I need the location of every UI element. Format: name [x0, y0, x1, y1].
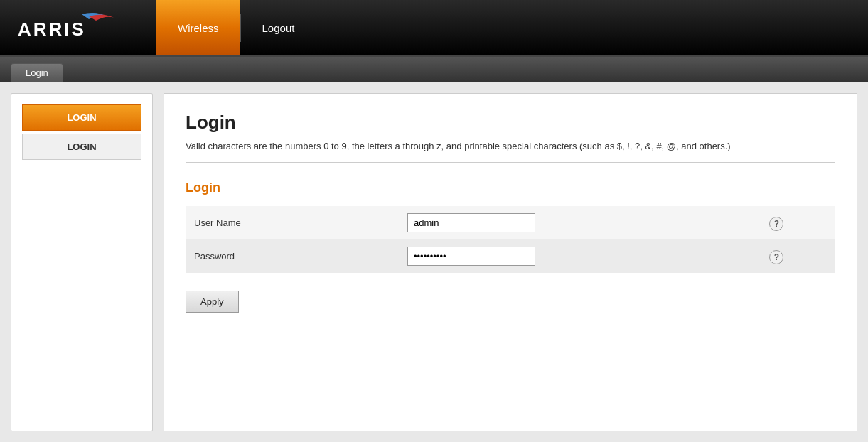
- username-input[interactable]: [407, 213, 535, 232]
- sidebar: LOGIN LOGIN: [11, 93, 153, 431]
- sidebar-item-login-secondary[interactable]: LOGIN: [22, 134, 141, 160]
- apply-button[interactable]: Apply: [186, 291, 239, 313]
- username-help-icon[interactable]: ?: [769, 217, 783, 231]
- password-input[interactable]: [407, 247, 535, 266]
- password-label: Password: [186, 239, 399, 273]
- table-row-password: Password ?: [186, 239, 835, 273]
- arris-logo: ARRIS: [14, 11, 128, 45]
- nav-item-wireless[interactable]: Wireless: [156, 0, 240, 55]
- top-navigation: ARRIS Wireless Logout: [0, 0, 868, 57]
- logo-area: ARRIS: [0, 0, 156, 55]
- sub-header: Login: [0, 57, 868, 82]
- table-row-username: User Name ?: [186, 206, 835, 239]
- username-help-cell: ?: [763, 206, 835, 239]
- svg-text:ARRIS: ARRIS: [18, 18, 86, 40]
- section-title: Login: [186, 180, 835, 195]
- main-content: LOGIN LOGIN Login Valid characters are t…: [0, 82, 868, 442]
- username-label: User Name: [186, 206, 399, 239]
- password-help-cell: ?: [763, 239, 835, 273]
- content-panel: Login Valid characters are the numbers 0…: [164, 93, 857, 431]
- page-description: Valid characters are the numbers 0 to 9,…: [186, 141, 835, 163]
- username-input-cell: [399, 206, 763, 239]
- nav-item-logout[interactable]: Logout: [241, 0, 316, 55]
- sub-tab-login[interactable]: Login: [11, 63, 63, 82]
- login-form-table: User Name ? Password ?: [186, 206, 835, 273]
- nav-items: Wireless Logout: [156, 0, 316, 55]
- password-input-cell: [399, 239, 763, 273]
- password-help-icon[interactable]: ?: [769, 250, 783, 264]
- sidebar-item-login-active[interactable]: LOGIN: [22, 104, 141, 131]
- page-title: Login: [186, 112, 835, 134]
